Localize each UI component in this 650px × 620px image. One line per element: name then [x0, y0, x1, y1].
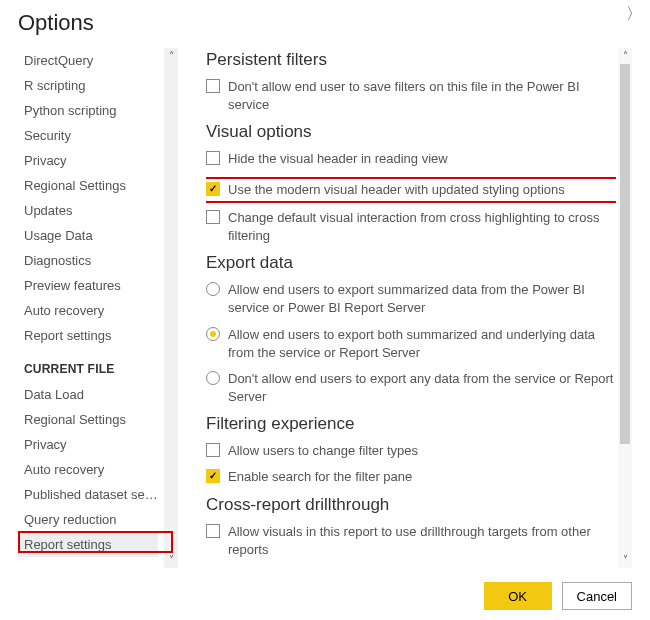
ok-button[interactable]: OK	[484, 582, 552, 610]
dialog-footer: OK Cancel	[484, 582, 632, 610]
radio-export-both[interactable]	[206, 327, 220, 341]
sidebar-item-cf-published-dataset-set-[interactable]: Published dataset set...	[18, 482, 158, 507]
scroll-down-icon[interactable]: ˅	[164, 552, 178, 568]
sidebar-item-cf-data-load[interactable]: Data Load	[18, 382, 158, 407]
section-visual-options: Visual options	[206, 122, 616, 142]
sidebar-item-cf-report-settings[interactable]: Report settings	[18, 532, 158, 557]
checkbox-persistent-dont-allow[interactable]	[206, 79, 220, 93]
radio-export-none[interactable]	[206, 371, 220, 385]
close-chevron-icon[interactable]: 〉	[626, 4, 642, 25]
sidebar-item-auto-recovery[interactable]: Auto recovery	[18, 298, 158, 323]
sidebar-item-preview-features[interactable]: Preview features	[18, 273, 158, 298]
sidebar-item-updates[interactable]: Updates	[18, 198, 158, 223]
sidebar-item-privacy[interactable]: Privacy	[18, 148, 158, 173]
section-persistent-filters: Persistent filters	[206, 50, 616, 70]
sidebar-header-current-file: CURRENT FILE	[18, 348, 174, 382]
content-scrollbar[interactable]: ˄ ˅	[618, 48, 632, 568]
sidebar-item-directquery[interactable]: DirectQuery	[18, 48, 158, 73]
checkbox-allow-change-filter-types[interactable]	[206, 443, 220, 457]
sidebar-item-cf-auto-recovery[interactable]: Auto recovery	[18, 457, 158, 482]
section-filtering-experience: Filtering experience	[206, 414, 616, 434]
sidebar-scrollbar[interactable]: ˄ ˅	[164, 48, 178, 568]
section-cross-report-drillthrough: Cross-report drillthrough	[206, 495, 616, 515]
label-modern-visual-header: Use the modern visual header with update…	[228, 181, 614, 199]
label-allow-drillthrough-targets: Allow visuals in this report to use dril…	[228, 523, 616, 559]
checkbox-hide-visual-header[interactable]	[206, 151, 220, 165]
sidebar: DirectQueryR scriptingPython scriptingSe…	[18, 48, 178, 568]
sidebar-item-security[interactable]: Security	[18, 123, 158, 148]
sidebar-item-regional-settings[interactable]: Regional Settings	[18, 173, 158, 198]
sidebar-item-usage-data[interactable]: Usage Data	[18, 223, 158, 248]
checkbox-modern-visual-header[interactable]	[206, 182, 220, 196]
label-enable-search-filter-pane: Enable search for the filter pane	[228, 468, 616, 486]
label-allow-change-filter-types: Allow users to change filter types	[228, 442, 616, 460]
checkbox-allow-drillthrough-targets[interactable]	[206, 524, 220, 538]
label-persistent-dont-allow: Don't allow end user to save filters on …	[228, 78, 616, 114]
radio-export-summarized[interactable]	[206, 282, 220, 296]
checkbox-enable-search-filter-pane[interactable]	[206, 469, 220, 483]
sidebar-item-r-scripting[interactable]: R scripting	[18, 73, 158, 98]
label-export-summarized: Allow end users to export summarized dat…	[228, 281, 616, 317]
content-scroll-up-icon[interactable]: ˄	[618, 48, 632, 64]
label-export-none: Don't allow end users to export any data…	[228, 370, 616, 406]
sidebar-item-cf-query-reduction[interactable]: Query reduction	[18, 507, 158, 532]
scroll-up-icon[interactable]: ˄	[164, 48, 178, 64]
sidebar-item-report-settings[interactable]: Report settings	[18, 323, 158, 348]
content-scroll-thumb[interactable]	[620, 64, 630, 444]
dialog-title: Options	[18, 10, 632, 36]
content-panel: Persistent filters Don't allow end user …	[206, 48, 632, 568]
sidebar-item-python-scripting[interactable]: Python scripting	[18, 98, 158, 123]
section-export-data: Export data	[206, 253, 616, 273]
checkbox-change-default-interaction[interactable]	[206, 210, 220, 224]
content-scroll-down-icon[interactable]: ˅	[618, 552, 632, 568]
cancel-button[interactable]: Cancel	[562, 582, 632, 610]
label-change-default-interaction: Change default visual interaction from c…	[228, 209, 616, 245]
sidebar-item-cf-privacy[interactable]: Privacy	[18, 432, 158, 457]
sidebar-item-cf-regional-settings[interactable]: Regional Settings	[18, 407, 158, 432]
label-hide-visual-header: Hide the visual header in reading view	[228, 150, 616, 168]
highlight-modern-visual-header: Use the modern visual header with update…	[206, 177, 616, 203]
sidebar-item-diagnostics[interactable]: Diagnostics	[18, 248, 158, 273]
label-export-both: Allow end users to export both summarize…	[228, 326, 616, 362]
